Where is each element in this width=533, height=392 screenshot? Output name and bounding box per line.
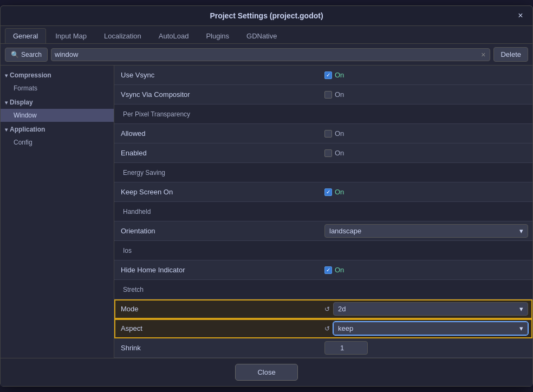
dialog-footer: Close <box>1 358 532 386</box>
chevron-down-icon: ▾ <box>519 227 523 235</box>
clear-search-button[interactable]: × <box>480 50 486 59</box>
allowed-value[interactable]: On <box>320 127 532 140</box>
orientation-value-text: landscape <box>329 227 361 235</box>
search-input[interactable] <box>55 50 478 58</box>
vsync-compositor-toggle[interactable]: On <box>324 90 344 99</box>
use-vsync-value[interactable]: ✓ On <box>320 69 532 81</box>
settings-row-orientation: Orientation landscape ▾ <box>114 221 532 241</box>
search-icon: 🔍 <box>11 51 19 58</box>
enabled-value[interactable]: On <box>320 147 532 159</box>
tab-autoload[interactable]: AutoLoad <box>151 28 197 43</box>
tab-localization[interactable]: Localization <box>96 28 150 43</box>
section-header-energy-saving: Energy Saving <box>114 163 532 182</box>
sidebar-item-formats[interactable]: Formats <box>1 82 114 95</box>
search-area: 🔍 Search × Delete <box>1 44 532 66</box>
enabled-on-label: On <box>335 149 344 157</box>
mode-label: Mode <box>114 300 320 317</box>
use-vsync-label: Use Vsync <box>114 67 320 83</box>
tab-input-map[interactable]: Input Map <box>47 28 95 43</box>
compression-label: Compression <box>10 71 51 79</box>
orientation-value: landscape ▾ <box>320 222 532 240</box>
tab-general[interactable]: General <box>5 28 46 43</box>
stretch-label: Stretch <box>114 282 320 298</box>
settings-row-mode: Mode ↺ 2d ▾ <box>114 299 532 319</box>
checkbox-unchecked-icon[interactable] <box>324 149 332 157</box>
chevron-down-icon: ▾ <box>5 100 8 106</box>
mode-dropdown-container: 2d ▾ <box>333 302 528 316</box>
hide-home-value[interactable]: ✓ On <box>320 264 532 276</box>
checkbox-unchecked-icon[interactable] <box>324 91 332 99</box>
close-window-button[interactable]: × <box>515 10 526 21</box>
sidebar: ▾ Compression Formats ▾ Display Window ▾… <box>1 66 114 358</box>
tab-gdnative[interactable]: GDNative <box>238 28 285 43</box>
settings-row-allowed: Allowed On <box>114 124 532 143</box>
vsync-toggle[interactable]: ✓ On <box>324 71 344 79</box>
checkbox-checked-icon[interactable]: ✓ <box>324 71 332 79</box>
keep-screen-on-toggle[interactable]: ✓ On <box>324 188 344 196</box>
section-header-stretch: Stretch <box>114 280 532 299</box>
orientation-dropdown[interactable]: landscape ▾ <box>324 224 528 238</box>
chevron-down-icon: ▾ <box>5 127 8 133</box>
aspect-label: Aspect <box>114 320 320 337</box>
dialog-title: Project Settings (project.godot) <box>18 11 515 20</box>
vsync-compositor-label: Vsync Via Compositor <box>114 86 320 103</box>
section-header-per-pixel: Per Pixel Transparency <box>114 104 532 124</box>
allowed-label: Allowed <box>114 125 320 142</box>
mode-dropdown[interactable]: 2d ▾ <box>333 302 528 316</box>
per-pixel-label: Per Pixel Transparency <box>114 106 320 122</box>
delete-button[interactable]: Delete <box>493 47 528 62</box>
orientation-label: Orientation <box>114 223 320 239</box>
settings-row-enabled: Enabled On <box>114 143 532 163</box>
aspect-dropdown-container: keep ▾ <box>333 322 528 335</box>
application-label: Application <box>10 126 45 133</box>
settings-row-aspect: Aspect ↺ keep ▾ <box>114 319 532 338</box>
sidebar-section-display: ▾ Display Window <box>1 96 114 122</box>
sidebar-section-compression: ▾ Compression Formats <box>1 69 114 95</box>
checkbox-checked-icon[interactable]: ✓ <box>324 188 332 196</box>
sidebar-section-application: ▾ Application Config <box>1 123 114 149</box>
sidebar-category-display[interactable]: ▾ Display <box>1 96 114 109</box>
shrink-input[interactable] <box>324 341 368 355</box>
search-label: Search <box>21 51 42 58</box>
settings-row-vsync-compositor: Vsync Via Compositor On <box>114 85 532 104</box>
search-button[interactable]: 🔍 Search <box>5 48 48 62</box>
enabled-toggle[interactable]: On <box>324 149 344 157</box>
allowed-toggle[interactable]: On <box>324 129 344 138</box>
energy-saving-label: Energy Saving <box>114 165 320 181</box>
sidebar-item-window[interactable]: Window <box>1 109 114 122</box>
settings-panel: Use Vsync ✓ On Vsync Via Compositor On <box>114 66 532 358</box>
section-header-handheld: Handheld <box>114 202 532 221</box>
ios-label: Ios <box>114 243 320 259</box>
sidebar-category-application[interactable]: ▾ Application <box>1 123 114 136</box>
allowed-on-label: On <box>335 129 344 138</box>
refresh-icon[interactable]: ↺ <box>324 325 330 332</box>
settings-row-use-vsync: Use Vsync ✓ On <box>114 66 532 85</box>
checkbox-checked-icon[interactable]: ✓ <box>324 266 332 274</box>
sidebar-item-config[interactable]: Config <box>1 136 114 149</box>
checkbox-unchecked-icon[interactable] <box>324 130 332 138</box>
tab-plugins[interactable]: Plugins <box>198 28 237 43</box>
hide-home-label: Hide Home Indicator <box>114 262 320 278</box>
chevron-down-icon: ▾ <box>5 73 8 79</box>
hide-home-toggle[interactable]: ✓ On <box>324 266 344 274</box>
sidebar-category-compression[interactable]: ▾ Compression <box>1 69 114 82</box>
tabs-bar: General Input Map Localization AutoLoad … <box>1 26 532 44</box>
keep-screen-on-on-label: On <box>335 188 344 196</box>
display-label: Display <box>10 99 33 106</box>
project-settings-dialog: Project Settings (project.godot) × Gener… <box>0 5 533 387</box>
mode-value-text: 2d <box>338 305 346 313</box>
close-dialog-button[interactable]: Close <box>235 364 297 381</box>
aspect-dropdown[interactable]: keep ▾ <box>333 322 528 335</box>
aspect-value: ↺ keep ▾ <box>320 319 532 337</box>
chevron-down-icon: ▾ <box>519 324 523 332</box>
vsync-compositor-on-label: On <box>335 90 344 99</box>
keep-screen-on-value[interactable]: ✓ On <box>320 186 532 198</box>
handheld-label: Handheld <box>114 204 320 220</box>
shrink-value <box>320 339 532 357</box>
settings-row-hide-home: Hide Home Indicator ✓ On <box>114 260 532 280</box>
hide-home-on-label: On <box>335 266 344 274</box>
section-header-ios: Ios <box>114 241 532 260</box>
refresh-icon[interactable]: ↺ <box>324 305 330 313</box>
vsync-on-label: On <box>335 71 344 79</box>
vsync-compositor-value[interactable]: On <box>320 88 532 101</box>
